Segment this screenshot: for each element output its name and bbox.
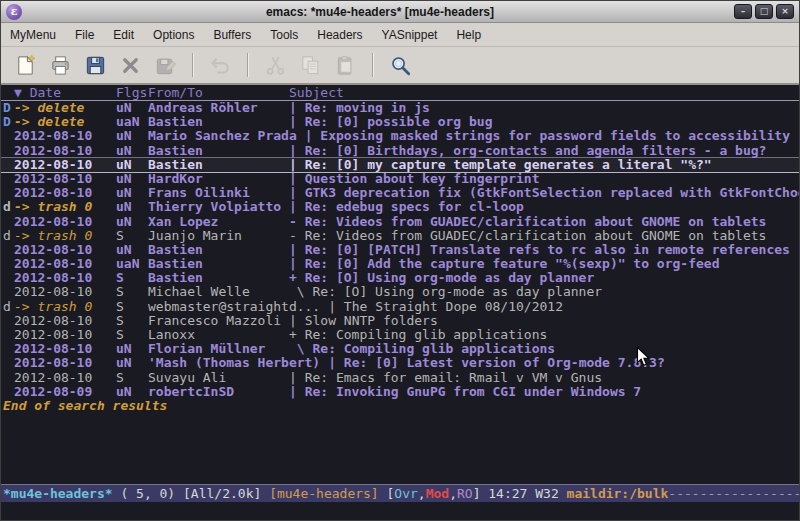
mu4e-headers-buffer[interactable]: ▼ Date Flgs From/To Subject D-> deleteuN… <box>1 85 799 484</box>
message-marker <box>1 385 14 399</box>
menu-item-yasnippet[interactable]: YASnippet <box>382 28 438 42</box>
message-subject: | Re: [0] Birthdays, org-contacts and ag… <box>289 144 799 158</box>
column-header-date[interactable]: ▼ Date <box>14 86 116 100</box>
message-row[interactable]: d-> trash 0uNThierry Volpiatto| Re: edeb… <box>1 200 799 214</box>
toolbar-copy-button <box>293 50 328 80</box>
close-button[interactable]: × <box>776 4 794 19</box>
toolbar-new-file-button[interactable] <box>8 50 43 80</box>
search-icon <box>389 54 412 77</box>
message-subject: | Re: [0] my capture template generates … <box>289 158 799 172</box>
message-row[interactable]: 2012-08-10uNFrans Oilinki| GTK3 deprecat… <box>1 186 799 200</box>
message-row[interactable]: 2012-08-10uNHardKor| Question about key … <box>1 172 799 186</box>
message-from: Andreas Röhler <box>148 101 289 115</box>
message-row[interactable]: 2012-08-10SSuvayu Ali| Re: Emacs for ema… <box>1 371 799 385</box>
toolbar-paste-button <box>328 50 363 80</box>
message-date: 2012-08-10 <box>14 328 116 342</box>
message-from: Xan Lopez <box>148 215 289 229</box>
message-row[interactable]: D-> deleteuNAndreas Röhler| Re: moving i… <box>1 101 799 115</box>
menu-item-options[interactable]: Options <box>153 28 194 42</box>
message-date: 2012-08-10 <box>14 257 116 271</box>
modeline-segment: , <box>418 486 426 501</box>
message-row[interactable]: 2012-08-10SFrancesco Mazzoli| Slow NNTP … <box>1 314 799 328</box>
message-marker <box>1 314 14 328</box>
message-flags: uaN <box>116 115 148 129</box>
message-row[interactable]: d-> trash 0SJuanjo Marin- Re: Videos fro… <box>1 229 799 243</box>
message-from: robertcInSD <box>148 385 289 399</box>
message-row[interactable]: 2012-08-10uNBastien| Re: [0] Birthdays, … <box>1 144 799 158</box>
toolbar <box>1 47 799 85</box>
message-date: 2012-08-09 <box>14 385 116 399</box>
message-subject: | Re: [0] [PATCH] Translate refs to rc a… <box>289 243 799 257</box>
column-header-from[interactable]: From/To <box>148 86 289 100</box>
toolbar-close-button[interactable] <box>113 50 148 80</box>
message-row[interactable]: D-> deleteuaNBastien| Re: [0] possible o… <box>1 115 799 129</box>
message-date: -> trash 0 <box>14 229 116 243</box>
message-row[interactable]: 2012-08-10uNXan Lopez- Re: Videos from G… <box>1 215 799 229</box>
emacs-window: ε emacs: *mu4e-headers* [mu4e-headers] –… <box>0 0 800 521</box>
message-date: -> trash 0 <box>14 200 116 214</box>
toolbar-search-button[interactable] <box>383 50 418 80</box>
message-row[interactable]: 2012-08-09uNrobertcInSD| Re: Invoking Gn… <box>1 385 799 399</box>
message-marker <box>1 328 14 342</box>
message-marker <box>1 342 14 356</box>
message-date: 2012-08-10 <box>14 172 116 186</box>
menu-bar: MyMenuFileEditOptionsBuffersToolsHeaders… <box>1 23 799 47</box>
maximize-button[interactable]: □ <box>755 4 773 19</box>
message-flags: S <box>116 300 148 314</box>
modeline-segment: *mu4e-headers* <box>3 486 113 501</box>
message-date: -> delete <box>14 101 116 115</box>
echo-area <box>1 502 799 520</box>
message-date: 2012-08-10 <box>14 271 116 285</box>
message-from: Thierry Volpiatto <box>148 200 289 214</box>
modeline-segment: ( 5, 0) [All/2.0k] <box>113 486 270 501</box>
message-from: Mario Sanchez Prada <box>148 129 305 143</box>
minimize-button[interactable]: – <box>734 4 752 19</box>
toolbar-print-button[interactable] <box>43 50 78 80</box>
menu-item-edit[interactable]: Edit <box>113 28 134 42</box>
message-subject: | Question about key fingerprint <box>289 172 799 186</box>
message-from: webmaster@straightd... <box>148 300 328 314</box>
menu-item-headers[interactable]: Headers <box>317 28 362 42</box>
message-row[interactable]: 2012-08-10SBastien+ Re: [O] Using org-mo… <box>1 271 799 285</box>
menu-item-mymenu[interactable]: MyMenu <box>10 28 56 42</box>
column-header-subject[interactable]: Subject <box>289 86 799 100</box>
message-subject: | Re: Invoking GnuPG from CGI under Wind… <box>289 385 799 399</box>
toolbar-separator <box>247 53 249 77</box>
message-marker <box>1 129 14 143</box>
message-row[interactable]: 2012-08-10uNBastien| Re: [0] my capture … <box>1 158 799 172</box>
message-row[interactable]: 2012-08-10SMichael Welle \ Re: [O] Using… <box>1 285 799 299</box>
message-subject: | Exposing masked strings for password f… <box>305 129 799 143</box>
message-row[interactable]: 2012-08-10uN'Mash (Thomas Herbert)| Re: … <box>1 356 799 370</box>
message-row[interactable]: 2012-08-10SLanoxx+ Re: Compiling glib ap… <box>1 328 799 342</box>
message-row[interactable]: 2012-08-10uNBastien| Re: [0] [PATCH] Tra… <box>1 243 799 257</box>
window-buttons: –□× <box>734 4 794 19</box>
modeline-segment: Ovr <box>394 486 417 501</box>
modeline-segment: ] <box>473 486 489 501</box>
message-row[interactable]: d-> trash 0Swebmaster@straightd...| The … <box>1 300 799 314</box>
message-marker <box>1 215 14 229</box>
message-row[interactable]: 2012-08-10uNFlorian Müllner \ Re: Compil… <box>1 342 799 356</box>
undo-icon <box>209 54 232 77</box>
menu-item-buffers[interactable]: Buffers <box>213 28 251 42</box>
message-flags: uN <box>116 385 148 399</box>
menu-item-tools[interactable]: Tools <box>270 28 298 42</box>
menu-item-help[interactable]: Help <box>456 28 481 42</box>
message-marker <box>1 186 14 200</box>
cut-icon <box>264 54 287 77</box>
message-subject: | Re: moving in js <box>289 101 799 115</box>
title-bar[interactable]: ε emacs: *mu4e-headers* [mu4e-headers] –… <box>1 1 799 23</box>
message-flags: S <box>116 229 148 243</box>
paste-icon <box>334 54 357 77</box>
window-title: emacs: *mu4e-headers* [mu4e-headers] <box>26 5 734 19</box>
message-marker <box>1 257 14 271</box>
message-flags: S <box>116 285 148 299</box>
message-row[interactable]: 2012-08-10uaNBastien| Re: [0] Add the ca… <box>1 257 799 271</box>
message-from: Bastien <box>148 257 289 271</box>
column-header-flags[interactable]: Flgs <box>116 86 148 100</box>
message-row[interactable]: 2012-08-10uNMario Sanchez Prada| Exposin… <box>1 129 799 143</box>
message-marker <box>1 144 14 158</box>
toolbar-save-button[interactable] <box>78 50 113 80</box>
message-marker <box>1 158 14 172</box>
message-flags: uN <box>116 172 148 186</box>
menu-item-file[interactable]: File <box>75 28 94 42</box>
